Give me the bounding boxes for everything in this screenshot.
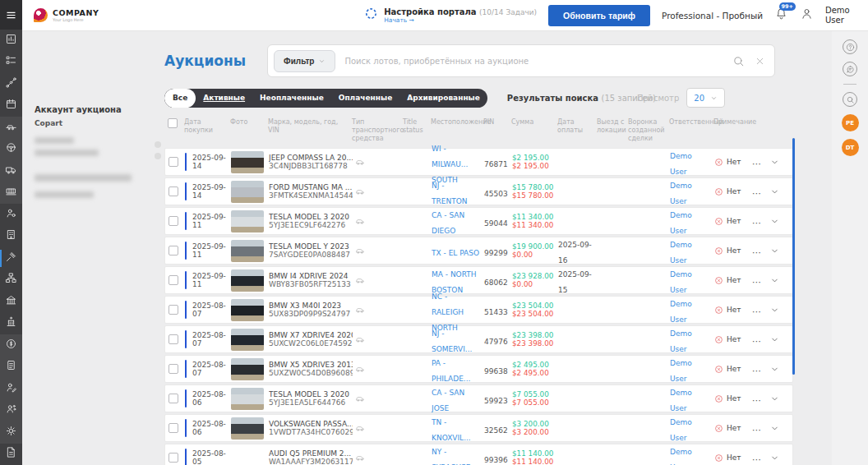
sidebar-item-government[interactable] xyxy=(0,313,22,335)
sidebar-item-steering[interactable] xyxy=(0,139,22,161)
row-checkbox[interactable] xyxy=(169,334,178,344)
table-row[interactable]: 2025-08-06 TESLA MODEL 3 2020 5YJ3E1EA5L… xyxy=(164,384,793,412)
location-link[interactable]: NJ - TRENTON xyxy=(432,182,467,205)
location-link[interactable]: NY - SYRACUSE xyxy=(432,448,470,465)
sidebar-item-car-carrier[interactable] xyxy=(0,117,22,139)
row-actions-menu[interactable]: ⋯ xyxy=(752,454,762,465)
row-checkbox[interactable] xyxy=(169,394,178,403)
responsible-link[interactable]: Demo User xyxy=(670,389,692,412)
row-actions-menu[interactable]: ⋯ xyxy=(752,159,762,169)
clear-search-icon[interactable] xyxy=(755,57,764,66)
sidebar-item-boxes[interactable] xyxy=(0,269,22,292)
row-expand-chevron[interactable] xyxy=(770,332,779,348)
responsible-link[interactable]: Demo User xyxy=(670,300,692,324)
location-link[interactable]: TN - KNOXVIL... xyxy=(432,418,471,442)
row-checkbox[interactable] xyxy=(169,186,178,196)
row-expand-chevron[interactable] xyxy=(770,243,779,259)
sidebar-item-workflow[interactable] xyxy=(0,73,22,95)
vehicle-photo[interactable] xyxy=(231,269,264,292)
upgrade-plan-button[interactable]: Обновить тариф xyxy=(548,5,650,26)
vehicle-photo[interactable] xyxy=(231,417,264,440)
user-avatar-button[interactable] xyxy=(800,7,814,24)
hamburger-menu-button[interactable] xyxy=(0,0,22,30)
portal-setup-start-link[interactable]: Начать → xyxy=(384,16,537,24)
vehicle-photo[interactable] xyxy=(231,181,264,203)
table-row[interactable]: 2025-09-11 TESLA MODEL Y 2023 7SAYGDEE0P… xyxy=(164,237,793,265)
row-expand-chevron[interactable] xyxy=(770,421,779,436)
row-expand-chevron[interactable] xyxy=(770,391,779,407)
row-checkbox[interactable] xyxy=(169,157,178,167)
search-icon[interactable] xyxy=(732,55,745,67)
responsible-link[interactable]: Demo User xyxy=(670,329,692,353)
rail-search-button[interactable] xyxy=(843,92,857,107)
table-row[interactable]: 2025-09-14 FORD MUSTANG MA ... 3FMTK4SEX… xyxy=(164,177,793,205)
row-actions-menu[interactable]: ⋯ xyxy=(752,425,762,435)
sidebar-item-person-edit[interactable] xyxy=(0,378,22,400)
rail-badge-pe[interactable]: PE xyxy=(842,114,859,131)
tab-активные[interactable]: Активные xyxy=(196,89,252,108)
row-expand-chevron[interactable] xyxy=(770,184,779,200)
rail-badge-dt[interactable]: DT xyxy=(842,139,859,156)
table-row[interactable]: 2025-09-11 TESLA MODEL 3 2020 5YJ3E1EC9L… xyxy=(164,207,793,235)
responsible-link[interactable]: Demo User xyxy=(670,359,692,383)
table-row[interactable]: 2025-08-07 BMW X5 XDRIVE3 2013 5UXZW0C54… xyxy=(164,355,793,383)
sidebar-item-document[interactable] xyxy=(0,357,22,379)
company-logo[interactable]: COMPANY Your Logo Here xyxy=(34,8,99,22)
table-scrollbar-thumb[interactable] xyxy=(792,138,795,375)
tab-оплаченные[interactable]: Оплаченные xyxy=(331,89,400,108)
row-actions-menu[interactable]: ⋯ xyxy=(752,336,762,347)
vehicle-photo[interactable] xyxy=(231,151,264,173)
responsible-link[interactable]: Demo User xyxy=(670,418,692,442)
row-expand-chevron[interactable] xyxy=(770,361,779,377)
tab-все[interactable]: Все xyxy=(164,89,196,108)
table-row[interactable]: 2025-08-07 BMW X3 M40I 2023 5UX83DP09P9S… xyxy=(164,296,793,324)
filter-button[interactable]: Фильтр xyxy=(274,50,335,72)
table-row[interactable]: 2025-09-14 JEEP COMPASS LA 20... 3C4NJDB… xyxy=(164,148,793,176)
responsible-link[interactable]: Demo User xyxy=(670,448,692,465)
sidebar-item-bank[interactable] xyxy=(0,291,22,313)
sidebar-item-truck[interactable] xyxy=(0,160,22,182)
notifications-button[interactable]: 99+ xyxy=(774,7,788,24)
row-checkbox[interactable] xyxy=(169,275,178,285)
row-checkbox[interactable] xyxy=(169,305,178,315)
row-expand-chevron[interactable] xyxy=(770,273,779,288)
row-checkbox[interactable] xyxy=(169,453,178,463)
vehicle-photo[interactable] xyxy=(231,299,264,321)
row-actions-menu[interactable]: ⋯ xyxy=(752,277,762,288)
vehicle-photo[interactable] xyxy=(231,388,264,410)
location-link[interactable]: TX - EL PASO xyxy=(432,249,479,257)
sidebar-item-calendar[interactable] xyxy=(0,95,22,117)
vehicle-photo[interactable] xyxy=(231,329,264,351)
row-checkbox[interactable] xyxy=(169,423,178,433)
responsible-link[interactable]: Demo User xyxy=(670,211,692,235)
row-expand-chevron[interactable] xyxy=(770,302,779,318)
row-actions-menu[interactable]: ⋯ xyxy=(752,306,762,317)
location-link[interactable]: PA - PHILADE... xyxy=(432,359,470,383)
location-link[interactable]: NJ - SOMERVI... xyxy=(432,329,472,353)
row-expand-chevron[interactable] xyxy=(770,450,779,465)
row-checkbox[interactable] xyxy=(169,216,178,226)
page-size-select[interactable]: 20 xyxy=(686,88,725,108)
sidebar-item-person-gear[interactable] xyxy=(0,204,22,226)
location-link[interactable]: CA - SAN JOSE xyxy=(432,389,464,412)
sidebar-item-file[interactable] xyxy=(0,444,22,465)
sidebar-item-gavel[interactable] xyxy=(0,247,22,269)
responsible-link[interactable]: Demo User xyxy=(670,270,692,294)
sidebar-item-chart[interactable] xyxy=(0,30,22,52)
sidebar-item-clock-dollar[interactable] xyxy=(0,334,22,357)
tab-архивированные[interactable]: Архивированные xyxy=(399,89,487,108)
row-expand-chevron[interactable] xyxy=(770,154,779,170)
rail-chat-button[interactable] xyxy=(843,62,857,76)
row-actions-menu[interactable]: ⋯ xyxy=(752,395,762,406)
vehicle-photo[interactable] xyxy=(231,210,264,232)
responsible-link[interactable]: Demo User xyxy=(670,241,692,265)
responsible-link[interactable]: Demo User xyxy=(670,182,692,205)
sidebar-item-gear[interactable] xyxy=(0,421,22,444)
row-actions-menu[interactable]: ⋯ xyxy=(752,247,762,258)
location-link[interactable]: CA - SAN DIEGO xyxy=(432,211,464,235)
row-expand-chevron[interactable] xyxy=(770,214,779,229)
portal-setup-widget[interactable]: Настройка портала (10/14 Задачи) Начать … xyxy=(364,7,537,24)
row-checkbox[interactable] xyxy=(169,364,178,374)
sidebar-item-person-network[interactable] xyxy=(0,400,22,422)
row-checkbox[interactable] xyxy=(169,246,178,256)
